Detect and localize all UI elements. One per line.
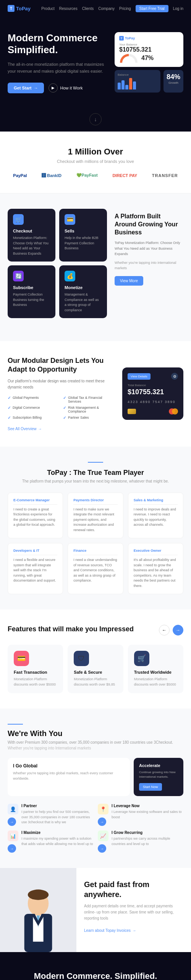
hero-dashboard: T ToPay Your Balance $10755.321 47% Bala… (115, 32, 183, 96)
payment-logos-row: PayPal 🅱 BankID 💚PayFast DIRECT PAY TRAN… (8, 173, 183, 178)
platform-subtitle: ToPay Monetization Platform: Choose Only… (115, 240, 183, 257)
monetize-title: Monetize (65, 285, 102, 290)
features-cards: 💳 Fast Transaction Monetization Platform… (8, 645, 183, 693)
learn-link[interactable]: Learn about Topay Invoices → (84, 928, 136, 933)
view-details-button[interactable]: View Details (128, 373, 151, 380)
fl-dot-0[interactable]: → (8, 817, 16, 826)
fl-item-3: 📈 → I Grow Recurring I partnerships we c… (98, 830, 183, 853)
bar-chart-card: Balance (115, 70, 160, 93)
fl-dot-2[interactable]: → (8, 844, 16, 853)
fl-content-0: I Partner I partner to help you find our… (21, 804, 93, 826)
bar-3 (125, 85, 128, 89)
directpay-logo: DIRECT PAY (112, 173, 137, 178)
hero-section: Modern Commerce Simplified. The all-in-o… (0, 17, 191, 107)
transfer-logo: TRANSFER (152, 173, 178, 178)
sells-title: Sells (65, 229, 102, 233)
hero-content: Modern Commerce Simplified. The all-in-o… (8, 32, 107, 93)
team-role-3: Developers & IT (13, 549, 57, 555)
platform-title: A Platform Built Around Growing Your Bus… (115, 213, 183, 236)
go-global-card: I Go Global Whether you're tapping into … (8, 758, 130, 796)
team-card-3: Developers & IT I need a flexible and se… (8, 543, 63, 594)
check-item-1: Global Payments (8, 396, 59, 403)
view-more-button[interactable]: View More (115, 276, 143, 286)
nav-resources[interactable]: Resources (59, 7, 78, 11)
balance-label: Your Balance (119, 43, 179, 46)
play-icon: ▶ (49, 83, 58, 93)
navbar: T ToPay Product Resources Clients Compan… (0, 0, 191, 17)
check-list: Global Payments Global Tax & Financial S… (8, 396, 115, 420)
fl-item-1: 📍 → I Leverage Now I Leverage Now existi… (98, 804, 183, 826)
nav-arrows: ← → (159, 625, 183, 635)
sells-text: Help in the whole B2B Payment Collection… (65, 236, 102, 251)
card-number: 4323 4890 7547 3890 (128, 400, 178, 404)
logo-icon: T (8, 5, 15, 12)
settings-icon[interactable]: ⚙ (171, 373, 178, 380)
feat-title-1: Safe & Secure (74, 670, 117, 674)
chip-gold (128, 409, 136, 414)
hero-stats-row: Balance 84% Growth (115, 70, 183, 93)
nav-pricing[interactable]: Pricing (119, 7, 131, 11)
withyou-header: We're With You With over Premium 300 com… (8, 724, 183, 750)
features-title: Features that will make you Impressed (8, 625, 134, 634)
getpaid-section: Get paid fast from anywhere. Add payment… (0, 868, 191, 952)
modular-subtitle: Our platform's modular design was create… (8, 378, 115, 390)
modular-section: Our Modular Design Lets You Adapt to Opp… (0, 341, 191, 447)
check-item-2: Global Tax & Financial Services (63, 396, 115, 403)
fl-dot-1[interactable]: → (98, 817, 106, 826)
team-role-5: Executive Owner (134, 549, 178, 555)
feat-text-2: Monetization Platform discounts worth ov… (134, 677, 177, 687)
team-text-1: I need to make sure we integrate the mos… (73, 507, 117, 533)
partner-icon: 👤 (8, 804, 18, 814)
feature-card-checkout: 🛒 Checkout Monetization Platform: Choose… (8, 209, 55, 262)
scroll-down-icon[interactable]: ↓ (89, 113, 102, 125)
accelerate-title: Accelerate (139, 763, 178, 768)
subscribe-title: Subscribe (13, 285, 50, 290)
accelerate-card: Accelerate Continue growing into New Int… (134, 758, 183, 796)
fast-transaction-icon: 💳 (14, 651, 29, 666)
nav-login-link[interactable]: Log in (173, 7, 183, 11)
fl-text-0: I partner to help you find our 500 compa… (21, 809, 93, 825)
payment-card: View Details ⚙ Total Balance $10755.321 … (122, 367, 183, 420)
fl-content-3: I Grow Recurring I partnerships we carry… (112, 830, 183, 853)
nav-product[interactable]: Product (41, 7, 54, 11)
see-all-link[interactable]: See All Overview → (8, 427, 42, 431)
hero-subtitle: The all-in-one monetization platform tha… (8, 61, 107, 75)
arrow-next-button[interactable]: → (173, 625, 183, 635)
nav-clients[interactable]: Clients (82, 7, 94, 11)
accelerate-start-button[interactable]: Start Now (139, 783, 162, 791)
payfast-logo: 💚PayFast (76, 173, 98, 178)
safe-secure-icon: 🛡 (74, 651, 89, 666)
team-card-4: Finance I need a clear understanding of … (68, 543, 123, 594)
getpaid-content: Get paid fast from anywhere. Add payment… (76, 868, 191, 952)
withyou-section: We're With You With over Premium 300 com… (0, 709, 191, 868)
fl-dot-3[interactable]: → (98, 844, 106, 853)
go-global-title: I Go Global (13, 763, 125, 769)
modular-content: Our Modular Design Lets You Adapt to Opp… (8, 356, 115, 431)
hero-play-button[interactable]: ▶ How it Work (49, 83, 83, 93)
bankid-logo: 🅱 BankID (42, 173, 62, 178)
feat-text-0: Monetization Platform discounts worth ov… (14, 677, 57, 687)
hero-get-start-button[interactable]: Get Start → (8, 83, 44, 93)
fl-content-2: I Maximize I maximize my spending power … (21, 830, 93, 853)
percent-card: 84% Growth (163, 70, 183, 93)
feature-card-monetize: 💰 Monetize Management & Compliance as we… (59, 265, 107, 318)
million-section: 1 Million Over Checkout with millions of… (0, 132, 191, 193)
gauge-row: 47% (119, 53, 179, 63)
features-section: Features that will make you Impressed ← … (0, 609, 191, 709)
feature-card-subscribe: 🔄 Subscribe Payment Collection Business … (8, 265, 55, 318)
team-header: ToPay : The True Team Player The platfor… (8, 462, 183, 483)
check-item-3: Digital Commerce (8, 406, 59, 413)
divider (88, 462, 103, 463)
logo[interactable]: T ToPay (8, 5, 31, 12)
nav-links: Product Resources Clients Company Pricin… (41, 5, 183, 12)
arrow-prev-button[interactable]: ← (159, 625, 170, 635)
nav-company[interactable]: Company (98, 7, 115, 11)
payment-amount: $10755.321 (128, 388, 178, 396)
feature-card-sells: 💳 Sells Help in the whole B2B Payment Co… (59, 209, 107, 262)
checkout-icon: 🛒 (13, 214, 24, 225)
team-subtitle: The platform that pumps your team into t… (8, 479, 183, 483)
team-card-2: Sales & Marketing I need to improve deal… (128, 492, 183, 539)
bottom-hero-section: Modern Commerce. Simplified. Subscribe t… (0, 952, 191, 980)
withyou-desc: Whether you're tapping into Internationa… (8, 746, 183, 750)
nav-cta-button[interactable]: Start Free Trial (136, 5, 168, 12)
